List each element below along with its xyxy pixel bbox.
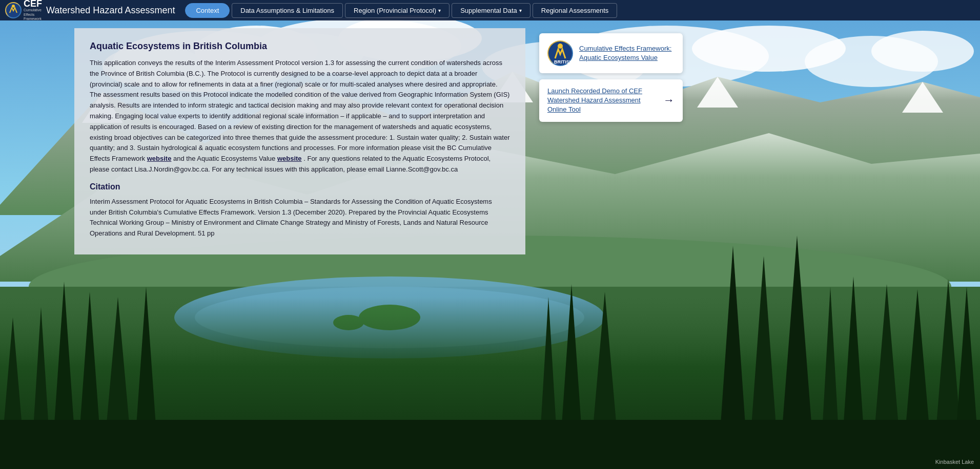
brand-logo: CEF Cumulative Effects Framework Watersh… (5, 0, 175, 22)
cef-sub2: Effects (24, 13, 42, 17)
nav-context-btn[interactable]: Context (185, 3, 230, 18)
svg-point-48 (558, 44, 563, 49)
svg-point-11 (871, 31, 974, 72)
nav-region-btn[interactable]: Region (Provincial Protocol) (345, 3, 450, 18)
cef-card-logo: BRITISH (547, 40, 573, 66)
svg-point-46 (12, 5, 15, 8)
nav-supplemental-btn[interactable]: Supplemental Data (452, 3, 530, 18)
nav-regional-btn[interactable]: Regional Assessments (533, 3, 618, 18)
demo-link[interactable]: Launch Recorded Demo of CEF Watershed Ha… (547, 87, 658, 115)
app-title: Watershed Hazard Assessment (46, 5, 175, 16)
cef-text: CEF Cumulative Effects Framework (24, 0, 42, 22)
citation-text: Interim Assessment Protocol for Aquatic … (90, 197, 510, 239)
arrow-icon: → (663, 94, 675, 107)
main-content-panel: Aquatic Ecosystems in British Columbia T… (74, 28, 525, 254)
bc-logo (5, 2, 22, 18)
demo-card[interactable]: Launch Recorded Demo of CEF Watershed Ha… (539, 79, 683, 122)
side-cards: BRITISH Cumulative Effects Framework: Aq… (539, 33, 683, 122)
panel-title: Aquatic Ecosystems in British Columbia (90, 41, 510, 52)
citation-title: Citation (90, 182, 510, 191)
panel-body-text1: This application conveys the results of … (90, 59, 509, 162)
svg-rect-44 (0, 420, 980, 469)
website-link-2[interactable]: website (277, 155, 302, 162)
cef-main: CEF (24, 0, 42, 8)
cef-logo-nav: CEF Cumulative Effects Framework (5, 0, 42, 22)
cef-info-card[interactable]: BRITISH Cumulative Effects Framework: Aq… (539, 33, 683, 73)
nav-buttons: Context Data Assumptions & Limitations R… (185, 3, 617, 18)
navbar: CEF Cumulative Effects Framework Watersh… (0, 0, 980, 20)
website-link-1[interactable]: website (147, 155, 172, 162)
cef-sub3: Framework (24, 17, 42, 21)
cef-framework-link[interactable]: Cumulative Effects Framework: Aquatic Ec… (579, 44, 675, 62)
nav-data-assumptions-btn[interactable]: Data Assumptions & Limitations (232, 3, 343, 18)
panel-body: This application conveys the results of … (90, 58, 510, 175)
panel-body-text2: and the Aquatic Ecosystems Value (173, 155, 275, 162)
watermark: Kinbasket Lake (935, 459, 974, 465)
cef-sub1: Cumulative (24, 8, 42, 12)
svg-text:BRITISH: BRITISH (554, 59, 573, 65)
